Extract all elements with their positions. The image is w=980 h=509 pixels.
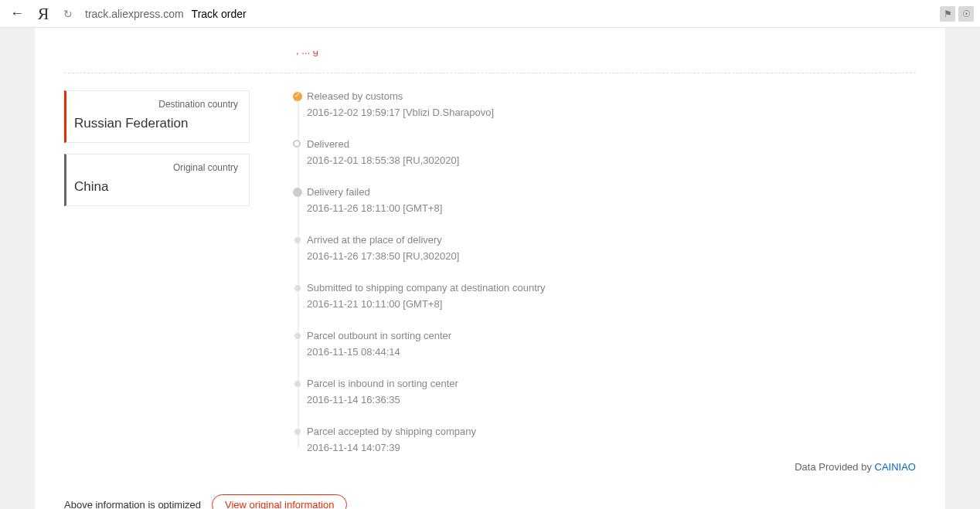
- timeline-column: Released by customs2016-12-02 19:59:17 […: [250, 90, 916, 473]
- page-panel: , ... g Destination country Russian Fede…: [35, 28, 945, 509]
- timeline-item: Delivery failed2016-11-26 18:11:00 [GMT+…: [307, 186, 916, 214]
- timeline-dot-icon: [294, 285, 301, 291]
- yandex-logo-icon[interactable]: Я: [32, 4, 54, 24]
- timeline-dot-icon: [294, 333, 301, 339]
- destination-country-value: Russian Federation: [74, 116, 238, 131]
- globe-icon[interactable]: ☉: [958, 6, 974, 22]
- timeline-event-title: Submitted to shipping company at destina…: [307, 282, 916, 294]
- separator: [64, 73, 916, 73]
- timeline-item: Parcel is inbound in sorting center2016-…: [307, 378, 916, 406]
- cutoff-text: , ... g: [296, 51, 916, 59]
- timeline-dot-icon: [293, 140, 301, 148]
- timeline-event-time: 2016-11-21 10:11:00 [GMT+8]: [307, 298, 916, 310]
- data-provided: Data Provided by CAINIAO: [293, 461, 916, 473]
- timeline-item: Arrived at the place of delivery2016-11-…: [307, 234, 916, 262]
- original-country-label: Original country: [74, 162, 238, 173]
- data-provided-text: Data Provided by: [795, 461, 874, 473]
- footer-row: Above information is optimized View orig…: [64, 494, 916, 509]
- timeline-event-title: Parcel is inbound in sorting center: [307, 378, 916, 389]
- destination-country-card[interactable]: Destination country Russian Federation: [64, 90, 250, 143]
- optimized-info-text: Above information is optimized: [64, 499, 201, 509]
- timeline-event-time: 2016-11-26 17:38:50 [RU,302020]: [307, 250, 916, 262]
- destination-country-label: Destination country: [74, 99, 238, 110]
- timeline-event-title: Parcel outbount in sorting center: [307, 330, 916, 341]
- original-country-card[interactable]: Original country China: [64, 154, 250, 206]
- flag-icon[interactable]: ⚑: [940, 6, 955, 22]
- cainiao-link[interactable]: CAINIAO: [875, 461, 916, 473]
- timeline-item: Released by customs2016-12-02 19:59:17 […: [307, 90, 916, 118]
- timeline-event-title: Released by customs: [307, 90, 916, 102]
- timeline-event-title: Parcel accepted by shipping company: [307, 426, 916, 437]
- timeline-item: Submitted to shipping company at destina…: [307, 282, 916, 310]
- timeline-event-time: 2016-12-02 19:59:17 [Vblizi D.Sharapovo]: [307, 107, 916, 118]
- timeline-item: Parcel accepted by shipping company2016-…: [307, 426, 916, 453]
- browser-right-icons: ⚑ ☉: [940, 6, 974, 22]
- address-bar[interactable]: track.aliexpress.com Track order: [85, 8, 247, 20]
- shipment-timeline: Released by customs2016-12-02 19:59:17 […: [293, 90, 916, 453]
- timeline-item: Parcel outbount in sorting center2016-11…: [307, 330, 916, 358]
- timeline-dot-icon: [293, 188, 302, 197]
- reload-icon[interactable]: ↻: [59, 8, 77, 20]
- timeline-dot-icon: [294, 237, 301, 243]
- browser-bar: ← Я ↻ track.aliexpress.com Track order ⚑…: [0, 0, 980, 28]
- original-country-value: China: [74, 179, 238, 195]
- timeline-event-time: 2016-11-14 14:07:39: [307, 442, 916, 453]
- page-title: Track order: [192, 8, 247, 20]
- timeline-dot-icon: [293, 92, 302, 101]
- timeline-event-title: Delivered: [307, 138, 916, 150]
- timeline-event-title: Delivery failed: [307, 186, 916, 198]
- timeline-dot-icon: [294, 381, 301, 387]
- timeline-event-time: 2016-11-14 16:36:35: [307, 394, 916, 406]
- timeline-event-time: 2016-11-15 08:44:14: [307, 346, 916, 358]
- timeline-event-time: 2016-11-26 18:11:00 [GMT+8]: [307, 202, 916, 214]
- view-original-button[interactable]: View original information: [212, 494, 347, 509]
- country-column: Destination country Russian Federation O…: [64, 90, 250, 217]
- timeline-dot-icon: [294, 429, 301, 435]
- back-icon[interactable]: ←: [6, 5, 28, 22]
- timeline-item: Delivered2016-12-01 18:55:38 [RU,302020]: [307, 138, 916, 166]
- timeline-event-title: Arrived at the place of delivery: [307, 234, 916, 246]
- url-text: track.aliexpress.com: [85, 8, 184, 20]
- timeline-event-time: 2016-12-01 18:55:38 [RU,302020]: [307, 154, 916, 166]
